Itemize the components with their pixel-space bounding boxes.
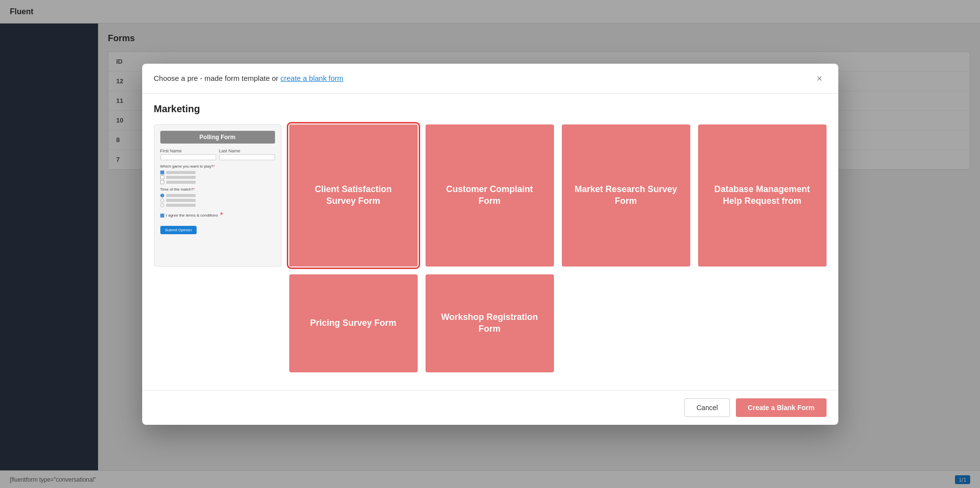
agree-text: I agree the terms & conditions — [166, 213, 218, 218]
radio-row-1 — [160, 194, 275, 197]
template-card-title: Pricing Survey Form — [310, 317, 396, 329]
first-name-label: First Name — [160, 148, 216, 153]
template-modal: Choose a pre - made form template or cre… — [142, 64, 838, 425]
template-card-customer-complaint[interactable]: Customer Complaint Form — [426, 124, 554, 267]
template-card-database-management[interactable]: Database Management Help Request from — [698, 124, 827, 267]
radio-unselected — [160, 198, 164, 202]
template-card-title: Workshop Registration Form — [435, 312, 544, 335]
template-grid-row1: Polling Form First Name Last Name Which … — [154, 124, 827, 267]
template-card-title: Market Research Survey Form — [572, 184, 680, 207]
radio-selected — [160, 194, 164, 197]
create-blank-form-link[interactable]: create a blank form — [280, 74, 343, 82]
checkbox-unchecked — [160, 175, 164, 179]
section-title: Marketing — [154, 103, 827, 115]
checkbox-line — [166, 176, 196, 179]
modal-footer: Cancel Create a Blank Form — [142, 390, 838, 425]
last-name-group: Last Name — [219, 148, 275, 160]
checkbox-row-3 — [160, 180, 275, 184]
checkbox-line — [166, 171, 196, 174]
template-card-title: Customer Complaint Form — [435, 184, 544, 207]
polling-form-header: Polling Form — [160, 131, 275, 144]
template-card-workshop-registration[interactable]: Workshop Registration Form — [426, 274, 554, 372]
radio-line — [166, 194, 196, 197]
last-name-input — [219, 154, 275, 160]
first-name-group: First Name — [160, 148, 216, 160]
question1: Which game you want to play?* — [160, 164, 275, 169]
template-card-title: Database Management Help Request from — [708, 184, 817, 207]
template-card-pricing-survey[interactable]: Pricing Survey Form — [289, 274, 418, 372]
agree-row: I agree the terms & conditions* — [160, 211, 275, 220]
template-card-client-satisfaction[interactable]: Client Satisfaction Survey Form — [289, 124, 418, 267]
last-name-label: Last Name — [219, 148, 275, 153]
submit-opinion-button[interactable]: Submit Opinion — [160, 226, 197, 234]
name-fields-row: First Name Last Name — [160, 148, 275, 160]
checkbox-row-2 — [160, 175, 275, 179]
checkbox-line — [166, 181, 196, 184]
modal-close-button[interactable]: × — [813, 72, 827, 85]
radio-row-3 — [160, 203, 275, 207]
cancel-button[interactable]: Cancel — [684, 398, 730, 417]
template-card-title: Client Satisfaction Survey Form — [299, 184, 408, 207]
question2: Time of the match?* — [160, 187, 275, 192]
checkbox-unchecked — [160, 180, 164, 184]
empty-cell — [562, 274, 690, 372]
modal-header-text: Choose a pre - made form template or cre… — [154, 74, 344, 82]
checkbox-row-1 — [160, 171, 275, 174]
modal-body: Marketing Polling Form First Name Last N… — [142, 94, 838, 390]
radio-line — [166, 199, 196, 202]
agree-checkbox — [160, 214, 164, 218]
checkbox-checked — [160, 171, 164, 174]
polling-form-preview: Polling Form First Name Last Name Which … — [154, 124, 281, 267]
template-card-market-research[interactable]: Market Research Survey Form — [562, 124, 690, 267]
modal-overlay: Choose a pre - made form template or cre… — [0, 0, 980, 488]
empty-cell — [698, 274, 827, 372]
create-blank-form-button[interactable]: Create a Blank Form — [736, 398, 826, 417]
modal-header: Choose a pre - made form template or cre… — [142, 64, 838, 94]
first-name-input — [160, 154, 216, 160]
radio-line — [166, 204, 196, 207]
template-grid-row2: Pricing Survey Form Workshop Registratio… — [154, 274, 827, 372]
radio-row-2 — [160, 198, 275, 202]
radio-unselected — [160, 203, 164, 207]
